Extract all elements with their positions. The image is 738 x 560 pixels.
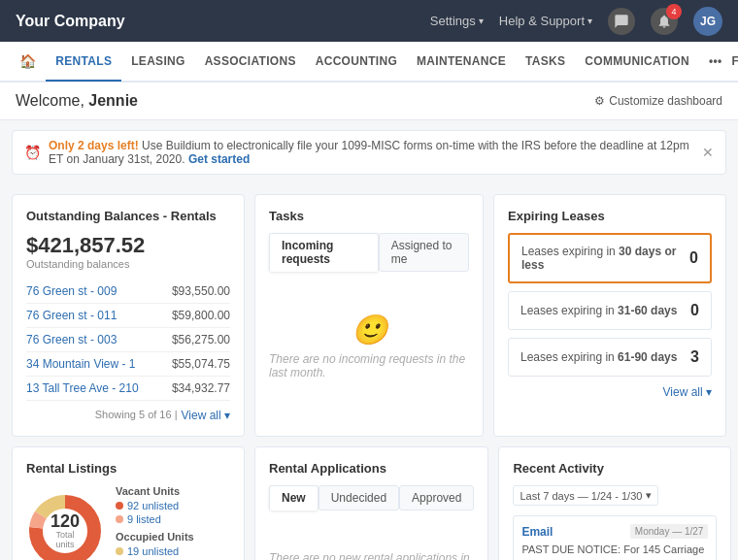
activity-title: Recent Activity [513,461,717,476]
main-content: Outstanding Balances - Rentals $421,857.… [0,184,738,560]
nav-item-leasing[interactable]: LEASING [121,43,194,82]
lease-count: 3 [690,348,699,366]
nav-item-maintenance[interactable]: MAINTENANCE [407,43,516,82]
tasks-tabs: Incoming requests Assigned to me [269,233,469,272]
activity-date-dropdown[interactable]: Last 7 days — 1/24 - 1/30 ▾ [513,485,658,506]
occupied-unlisted-dot [116,547,123,555]
chat-icon [614,14,629,29]
notification-count: 4 [666,4,682,19]
customize-dashboard-link[interactable]: ⚙ Customize dashboard [594,94,722,108]
vacant-unlisted-dot [116,502,123,510]
tab-new[interactable]: New [269,485,319,511]
total-balance-amount: $421,857.52 [26,233,230,258]
balance-row: 76 Green st - 011$59,800.00 [26,304,230,328]
balance-items: 76 Green st - 009$93,550.0076 Green st -… [26,280,230,401]
total-units-number: 120 [46,512,84,530]
alert-banner: ⏰ Only 2 days left! Use Buildium to elec… [12,130,726,175]
activity-filter: Last 7 days — 1/24 - 1/30 ▾ [513,485,717,506]
activity-description: PAST DUE NOTICE: For 145 Carriage Road -… [521,543,708,560]
lease-row: Leases expiring in 30 days or less0 [508,233,712,283]
donut-chart: 120 Total units [26,492,104,560]
settings-link[interactable]: Settings ▾ [430,14,484,28]
vacant-listed-link[interactable]: 9 listed [127,513,161,525]
balance-row: 34 Mountain View - 1$55,074.75 [26,352,230,377]
view-all-balances-link[interactable]: View all ▾ [182,409,230,422]
chat-button[interactable] [608,8,635,35]
chevron-down-icon: ▾ [587,16,592,26]
user-avatar[interactable]: JG [693,7,722,36]
nav-item-rentals[interactable]: RENTALS [46,43,121,82]
rental-listings-card: Rental Listings 120 Tot [12,446,245,560]
tab-approved[interactable]: Approved [399,485,474,511]
recent-activity-card: Recent Activity Last 7 days — 1/24 - 1/3… [498,446,731,560]
notifications-button[interactable]: 4 [651,8,678,35]
balance-row: 76 Green st - 009$93,550.00 [26,280,230,304]
tab-assigned-to-me[interactable]: Assigned to me [379,233,469,272]
top-bar: Your Company Settings ▾ Help & Support ▾… [0,0,738,42]
rental-applications-card: Rental Applications New Undecided Approv… [254,446,488,560]
applications-title: Rental Applications [269,461,474,476]
expiring-leases-card: Expiring Leases Leases expiring in 30 da… [493,194,726,437]
tasks-card: Tasks Incoming requests Assigned to me 🙂… [254,194,484,437]
nav-right: FILES REPORTS 🔍 [731,53,738,69]
smile-icon: 🙂 [352,313,387,346]
balance-amount: $55,074.75 [172,357,230,371]
leases-title: Expiring Leases [508,209,712,223]
company-name: Your Company [16,13,125,30]
nav-item-home[interactable]: 🏠 [10,43,46,82]
occupied-unlisted-item: 19 unlisted [116,545,230,557]
balance-row: 76 Green st - 003$56,275.00 [26,328,230,352]
applications-empty-state: There are no new rental applications in … [269,522,474,560]
activity-date: Monday — 1/27 [630,524,709,539]
balance-amount: $34,932.77 [172,381,230,395]
balance-property-link[interactable]: 76 Green st - 003 [26,333,117,346]
welcome-bar: Welcome, Jennie ⚙ Customize dashboard [0,82,738,120]
balance-row: 13 Tall Tree Ave - 210$34,932.77 [26,377,230,401]
chevron-down-icon: ▾ [646,489,652,502]
balance-property-link[interactable]: 76 Green st - 009 [26,284,117,298]
applications-tabs: New Undecided Approved [269,485,474,511]
nav-item-associations[interactable]: ASSOCIATIONS [195,43,306,82]
vacant-group: Vacant Units 92 unlisted 9 listed [116,485,230,525]
vacant-unlisted-link[interactable]: 92 unlisted [127,500,179,511]
row-1: Outstanding Balances - Rentals $421,857.… [12,194,726,437]
nav-item-accounting[interactable]: ACCOUNTING [306,43,407,82]
leases-footer: View all ▾ [508,384,712,399]
balance-property-link[interactable]: 13 Tall Tree Ave - 210 [26,381,139,395]
showing-text: Showing 5 of 16 | [95,409,178,422]
get-started-link[interactable]: Get started [188,152,250,166]
nav-files[interactable]: FILES [731,54,738,68]
tasks-title: Tasks [269,209,469,223]
balance-property-link[interactable]: 34 Mountain View - 1 [26,357,136,371]
vacant-unlisted-item: 92 unlisted [116,500,230,511]
total-balance-label: Outstanding balances [26,258,230,270]
nav-item-more[interactable]: ••• [699,43,732,82]
top-bar-right: Settings ▾ Help & Support ▾ 4 JG [430,7,722,36]
view-all-leases-link[interactable]: View all ▾ [663,385,712,399]
nav-item-tasks[interactable]: TASKS [516,43,575,82]
vacant-listed-dot [116,515,123,523]
tab-incoming-requests[interactable]: Incoming requests [269,233,379,272]
vacant-listed-item: 9 listed [116,513,230,525]
chevron-down-icon: ▾ [479,16,484,26]
vacant-title: Vacant Units [116,485,230,497]
gear-icon: ⚙ [594,94,605,108]
occupied-title: Occupied Units [116,531,230,543]
lease-text: Leases expiring in 61-90 days [520,350,677,364]
activity-item: Email Monday — 1/27 PAST DUE NOTICE: For… [513,515,717,560]
balance-amount: $93,550.00 [172,284,230,298]
alert-text: Only 2 days left! Use Buildium to electr… [49,139,694,166]
legend-section: Vacant Units 92 unlisted 9 listed Occupi… [116,485,230,560]
occupied-unlisted-link[interactable]: 19 unlisted [127,545,179,557]
nav-item-communication[interactable]: COMMUNICATION [575,43,699,82]
welcome-message: Welcome, Jennie [16,92,138,110]
lease-items: Leases expiring in 30 days or less0Lease… [508,233,712,377]
lease-count: 0 [690,302,699,319]
help-link[interactable]: Help & Support ▾ [499,14,592,28]
close-icon[interactable]: ✕ [702,145,714,160]
activity-type: Email [521,525,553,539]
balance-property-link[interactable]: 76 Green st - 011 [26,309,117,322]
tab-undecided[interactable]: Undecided [319,485,399,511]
occupied-group: Occupied Units 19 unlisted 0 listed [116,531,230,560]
row-2: Rental Listings 120 Tot [12,446,726,560]
